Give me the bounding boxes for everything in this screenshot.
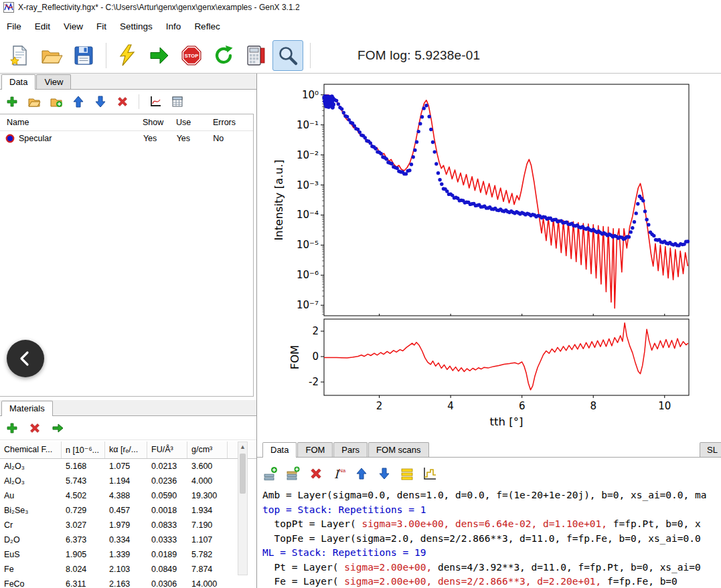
calc-button[interactable] [169,94,185,110]
tab-fom[interactable]: FOM [297,442,333,457]
insert-layer-button[interactable] [262,466,278,482]
svg-text:0: 0 [312,351,319,363]
tab-data[interactable]: Data [262,442,297,458]
import-dataset-button[interactable] [26,94,42,110]
genx-window: X-ray_Reflectivity.hgx* - C:\Users\Artur… [0,0,721,588]
stop-fit-button[interactable]: STOP [176,40,207,71]
column-header[interactable]: Name [0,118,143,127]
column-header[interactable]: n [10⁻⁶... [62,442,105,458]
column-header[interactable]: Use [176,118,213,127]
material-row[interactable]: Au4.5024.3880.059019.300 [0,488,257,503]
column-header[interactable]: Errors [213,118,253,127]
delete-dataset-icon [116,95,129,108]
start-fit-button[interactable] [144,40,175,71]
plot-tabs: DataFOMParsFOM scansSL [257,440,721,458]
import-dataset-icon [27,95,41,108]
menu-info[interactable]: Info [159,17,188,36]
collapse-panel-button[interactable] [7,340,44,377]
restart-fit-button[interactable] [208,40,239,71]
move-down-button[interactable] [92,94,108,110]
material-row[interactable]: EuS1.9051.3390.01895.782 [0,547,257,562]
tab-pars[interactable]: Pars [333,442,368,457]
dataset-row[interactable]: Specular Yes Yes No [0,131,253,146]
calc-icon [171,95,184,108]
menu-settings[interactable]: Settings [113,17,159,36]
column-header[interactable]: kα [rₑ/... [105,442,147,458]
plot-panel: 10⁰10⁻¹10⁻²10⁻³10⁻⁴10⁻⁵10⁻⁶10⁻⁷-20224681… [257,74,721,588]
left-tabs: DataView [0,74,256,90]
sld-profile-button[interactable] [422,466,438,482]
menu-fit[interactable]: Fit [90,17,113,36]
tab-view[interactable]: View [36,74,71,89]
move-layer-up-button[interactable] [353,466,370,482]
svg-text:10⁻⁵: 10⁻⁵ [297,239,319,251]
svg-text:-2: -2 [309,376,319,388]
material-cell: 0.0189 [147,549,187,561]
scroll-thumb[interactable] [240,454,246,494]
code-line: Amb = Layer(sigma=0.0, dens=1.0, d=0.0, … [262,488,721,503]
main-toolbar: STOP FOM log: 5.9238e-01 [0,37,721,74]
column-header[interactable]: FU/Å³ [147,442,187,458]
new-model-button[interactable] [4,40,35,71]
grid-view-button[interactable] [399,466,415,482]
tab-sld-fragment[interactable]: SL [700,442,721,457]
material-cell: EuS [0,549,62,561]
svg-text:Intensity [a.u.]: Intensity [a.u.] [272,160,285,241]
column-header[interactable]: g/cm³ [187,442,228,458]
material-cell: 19.300 [187,490,228,502]
apply-material-button[interactable] [50,420,66,436]
material-cell: 0.0849 [147,563,187,575]
add-dataset-button[interactable] [4,94,20,110]
tab-data[interactable]: Data [1,74,35,90]
move-down-icon [94,95,107,108]
delete-item-button[interactable] [308,466,324,482]
move-up-button[interactable] [70,94,86,110]
material-row[interactable]: D₂O6.3730.3340.03331.107 [0,532,257,547]
material-cell: Al₂O₃ [0,475,62,487]
material-cell: Cr [0,519,62,531]
menu-reflec[interactable]: Reflec [187,17,226,36]
material-cell: Fe [0,563,62,575]
stop-label: STOP [185,53,198,59]
material-cell: 0.457 [105,504,147,516]
insert-stack-button[interactable] [285,466,301,482]
zoom-button[interactable] [272,40,303,71]
material-row[interactable]: Al₂O₃5.7431.1940.02364.000 [0,474,257,488]
svg-text:10⁻²: 10⁻² [297,149,319,161]
menu-file[interactable]: File [0,17,28,36]
add-material-button[interactable] [4,420,20,436]
save-model-button[interactable] [68,40,99,71]
menu-view[interactable]: View [57,17,90,36]
instrument-button[interactable]: I Na [331,466,347,482]
menu-edit[interactable]: Edit [28,17,57,36]
reflectivity-plot[interactable]: 10⁰10⁻¹10⁻²10⁻³10⁻⁴10⁻⁵10⁻⁶10⁻⁷-20224681… [257,74,721,439]
tab-materials[interactable]: Materials [1,401,53,416]
material-row[interactable]: Fe8.0242.1030.08497.874 [0,562,257,577]
material-row[interactable]: Bi₂Se₃0.7290.4570.00181.934 [0,503,257,518]
materials-scrollbar[interactable]: ▲ [238,442,248,575]
add-simulation-button[interactable] [48,94,64,110]
column-header[interactable]: Chemical F... [0,442,62,458]
column-header[interactable]: Show [143,118,176,127]
dataset-use: Yes [177,134,214,143]
material-cell: 1.075 [105,460,147,472]
data-toolbar [0,90,256,114]
scroll-up-icon[interactable]: ▲ [238,442,247,452]
materials-header: Chemical F...n [10⁻⁶...kα [rₑ/...FU/Å³g/… [0,442,257,459]
material-cell: 14.000 [187,578,228,588]
simulate-button[interactable] [112,40,143,71]
material-row[interactable]: FeCo6.3112.1630.030614.000 [0,577,257,588]
delete-dataset-button[interactable] [114,94,131,110]
move-layer-down-button[interactable] [376,466,392,482]
error-calc-button[interactable] [240,40,271,71]
open-model-button[interactable] [36,40,67,71]
material-cell: 1.107 [187,534,228,546]
material-row[interactable]: Cr3.0271.9790.08337.190 [0,518,257,532]
delete-material-button[interactable] [27,420,43,436]
move-up-icon [72,95,85,108]
plot-settings-button[interactable] [147,94,163,110]
code-editor[interactable]: Amb = Layer(sigma=0.0, dens=1.0, d=0.0, … [262,488,721,588]
toolbar-separator [139,94,139,109]
material-row[interactable]: Al₂O₃5.1681.0750.02133.600 [0,459,257,474]
tab-fom-scans[interactable]: FOM scans [368,442,428,457]
